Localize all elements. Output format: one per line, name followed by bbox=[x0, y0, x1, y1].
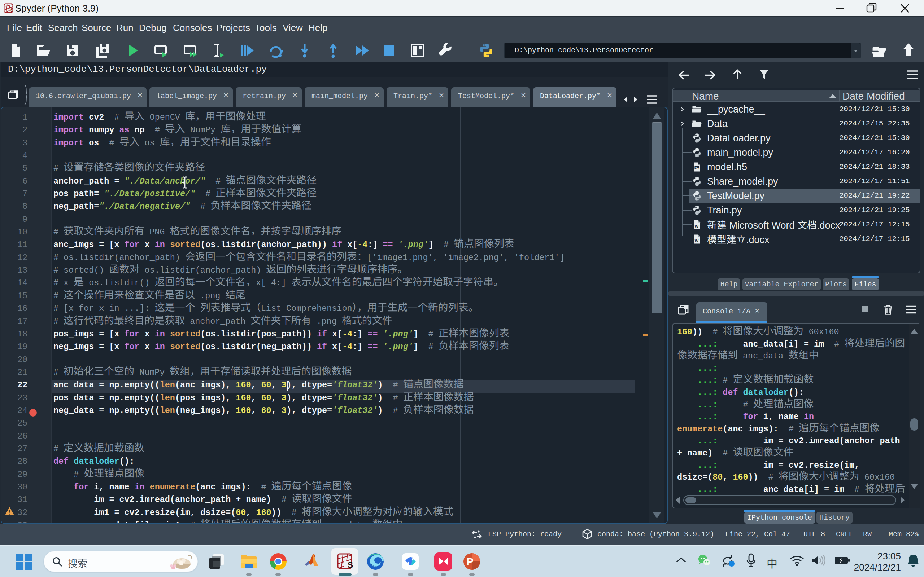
svg-text:01: 01 bbox=[695, 166, 699, 170]
svg-text:S: S bbox=[347, 561, 353, 570]
svg-text:W: W bbox=[695, 224, 699, 229]
svg-text:P: P bbox=[467, 556, 473, 567]
svg-text:W: W bbox=[695, 239, 699, 243]
svg-text:S: S bbox=[10, 7, 13, 13]
